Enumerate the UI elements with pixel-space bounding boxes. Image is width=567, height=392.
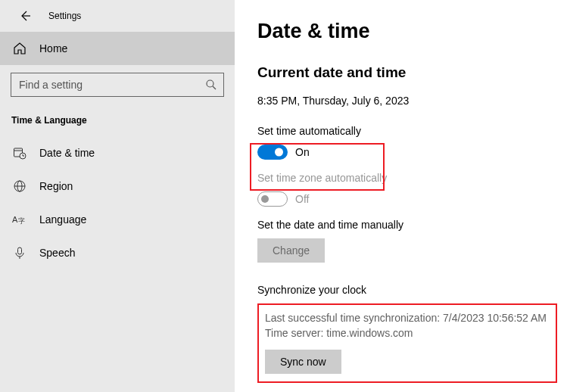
globe-icon <box>11 179 28 193</box>
window-title: Settings <box>48 11 81 21</box>
arrow-left-icon <box>19 10 31 22</box>
page-title: Date & time <box>257 20 567 43</box>
svg-text:A: A <box>12 215 18 224</box>
section-title: Current date and time <box>257 64 567 81</box>
search-input[interactable] <box>11 73 223 96</box>
sync-section-label: Synchronize your clock <box>257 284 567 296</box>
sidebar-item-label: Date & time <box>39 147 95 159</box>
sidebar-item-home[interactable]: Home <box>0 32 235 65</box>
change-button: Change <box>257 238 325 263</box>
svg-point-0 <box>207 80 213 87</box>
sidebar-item-label: Language <box>39 213 86 226</box>
set-time-auto-label: Set time automatically <box>257 125 567 137</box>
toggle-state: Off <box>295 193 309 205</box>
sync-highlight-box: Last successful time synchronization: 7/… <box>257 303 557 383</box>
last-sync-text: Last successful time synchronization: 7/… <box>265 311 550 326</box>
sync-now-button[interactable]: Sync now <box>265 350 341 374</box>
main-content: Date & time Current date and time 8:35 P… <box>235 0 567 392</box>
home-icon <box>11 42 28 55</box>
search-icon <box>205 79 217 91</box>
calendar-clock-icon <box>11 146 28 160</box>
search-box[interactable] <box>11 73 224 97</box>
top-bar: Settings <box>0 0 235 32</box>
toggle-state: On <box>295 146 310 158</box>
svg-text:字: 字 <box>18 217 25 225</box>
sidebar-item-speech[interactable]: Speech <box>0 236 235 269</box>
sidebar-item-label: Region <box>39 180 73 192</box>
back-button[interactable] <box>17 8 33 24</box>
svg-rect-10 <box>18 247 22 254</box>
sidebar-category-title: Time & Language <box>0 104 235 136</box>
microphone-icon <box>11 246 28 260</box>
sidebar-item-label: Home <box>39 42 67 54</box>
language-icon: A字 <box>11 213 28 226</box>
manual-set-label: Set the date and time manually <box>257 219 567 231</box>
sidebar: Settings Home Time & Language Date & <box>0 0 235 392</box>
time-server-text: Time server: time.windows.com <box>265 326 550 341</box>
set-time-auto-toggle[interactable] <box>257 145 288 160</box>
sidebar-item-region[interactable]: Region <box>0 170 235 203</box>
sidebar-item-language[interactable]: A字 Language <box>0 203 235 236</box>
sidebar-item-label: Speech <box>39 247 75 259</box>
current-datetime: 8:35 PM, Thursday, July 6, 2023 <box>257 95 567 107</box>
set-tz-auto-toggle <box>257 191 288 207</box>
svg-line-1 <box>213 86 216 89</box>
sidebar-item-date-time[interactable]: Date & time <box>0 136 235 170</box>
set-tz-auto-label: Set time zone automatically <box>257 172 567 184</box>
